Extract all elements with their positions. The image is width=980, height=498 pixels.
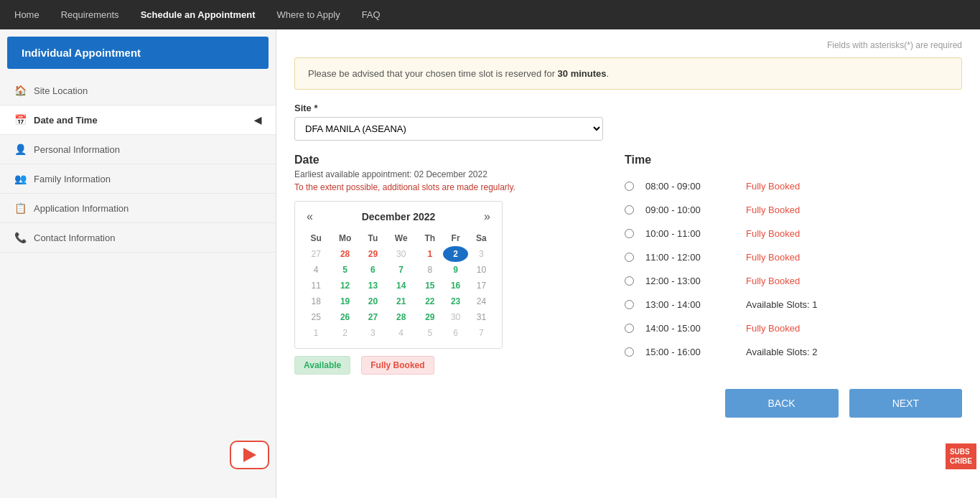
calendar-day[interactable]: 20 (360, 293, 386, 309)
calendar-day: 30 (443, 309, 467, 325)
time-slot-label: 08:00 - 09:00 (645, 181, 739, 192)
calendar-day: 1 (302, 325, 330, 341)
calendar-day: 30 (386, 246, 416, 262)
calendar-day: 11 (302, 278, 330, 293)
sidebar-label-personal: Personal Information (34, 144, 120, 155)
time-slot-status: Fully Booked (746, 181, 800, 192)
time-slot-status: Fully Booked (746, 323, 800, 334)
person-icon: 👤 (14, 144, 27, 155)
calendar-day[interactable]: 15 (416, 278, 443, 293)
calendar-day[interactable]: 27 (360, 309, 386, 325)
nav-requirements[interactable]: Requirements (61, 9, 119, 20)
time-slot-label: 11:00 - 12:00 (645, 252, 739, 263)
sidebar-item-family[interactable]: 👥 Family Information (0, 164, 276, 194)
sidebar-item-contact[interactable]: 📞 Contact Information (0, 223, 276, 253)
play-icon (243, 448, 256, 462)
time-slot-status: Available Slots: 2 (746, 347, 818, 357)
calendar-day: 7 (468, 325, 495, 341)
sidebar: Individual Appointment 🏠 Site Location 📅… (0, 29, 276, 498)
sidebar-item-application[interactable]: 📋 Application Information (0, 194, 276, 223)
calendar-day[interactable]: 6 (360, 262, 386, 278)
calendar-day: 18 (302, 293, 330, 309)
time-slot-radio[interactable] (625, 300, 634, 309)
sidebar-label-family: Family Information (34, 174, 111, 184)
day-header-su: Su (302, 230, 330, 246)
calendar-day[interactable]: 21 (386, 293, 416, 309)
calendar-day[interactable]: 2 (443, 246, 467, 262)
time-slot-radio[interactable] (625, 276, 634, 286)
back-button[interactable]: BACK (725, 389, 839, 418)
calendar-day: 6 (443, 325, 467, 341)
time-slot-row: 11:00 - 12:00Fully Booked (625, 252, 962, 263)
calendar-day: 25 (302, 309, 330, 325)
day-header-we: We (386, 230, 416, 246)
youtube-button[interactable] (230, 441, 269, 469)
calendar-day[interactable]: 28 (330, 246, 360, 262)
calendar-grid: Su Mo Tu We Th Fr Sa 2728293012345678910… (302, 230, 495, 341)
calendar-day: 4 (302, 262, 330, 278)
calendar-day[interactable]: 16 (443, 278, 467, 293)
calendar: « December 2022 » Su Mo Tu We Th (294, 201, 503, 349)
legend-available: Available (294, 356, 350, 375)
calendar-day[interactable]: 22 (416, 293, 443, 309)
time-slots: 08:00 - 09:00Fully Booked09:00 - 10:00Fu… (625, 181, 962, 357)
day-header-sa: Sa (468, 230, 495, 246)
day-header-mo: Mo (330, 230, 360, 246)
calendar-day[interactable]: 26 (330, 309, 360, 325)
calendar-day: 4 (386, 325, 416, 341)
calendar-day: 10 (468, 262, 495, 278)
subscribe-badge: SUBSCRIBE (946, 443, 976, 469)
time-slot-radio[interactable] (625, 205, 634, 215)
calendar-month: December 2022 (362, 211, 436, 222)
calendar-day[interactable]: 12 (330, 278, 360, 293)
calendar-day[interactable]: 14 (386, 278, 416, 293)
additional-slots-note: To the extent possible, additional slots… (294, 182, 596, 192)
calendar-day[interactable]: 13 (360, 278, 386, 293)
day-header-fr: Fr (443, 230, 467, 246)
site-dropdown[interactable]: DFA MANILA (ASEANA) (294, 117, 603, 141)
time-slot-label: 13:00 - 14:00 (645, 299, 739, 310)
next-month-button[interactable]: » (480, 209, 495, 225)
calendar-day[interactable]: 23 (443, 293, 467, 309)
time-slot-row: 12:00 - 13:00Fully Booked (625, 276, 962, 286)
time-slot-status: Fully Booked (746, 252, 800, 263)
time-slot-radio[interactable] (625, 229, 634, 238)
time-slot-radio[interactable] (625, 324, 634, 333)
calendar-day[interactable]: 28 (386, 309, 416, 325)
calendar-day[interactable]: 5 (330, 262, 360, 278)
calendar-day: 31 (468, 309, 495, 325)
nav-home[interactable]: Home (14, 9, 39, 20)
time-slot-row: 13:00 - 14:00Available Slots: 1 (625, 299, 962, 310)
time-slot-label: 14:00 - 15:00 (645, 323, 739, 334)
calendar-day: 8 (416, 262, 443, 278)
earliest-appointment: Earliest available appointment: 02 Decem… (294, 169, 596, 179)
calendar-day[interactable]: 19 (330, 293, 360, 309)
nav-faq[interactable]: FAQ (362, 9, 381, 20)
sidebar-item-site-location[interactable]: 🏠 Site Location (0, 76, 276, 105)
calendar-day[interactable]: 29 (416, 309, 443, 325)
site-label: Site * (294, 103, 962, 113)
nav-where-to-apply[interactable]: Where to Apply (276, 9, 340, 20)
date-title: Date (294, 154, 596, 166)
nav-schedule[interactable]: Schedule an Appointment (141, 9, 256, 20)
youtube-watermark (230, 441, 269, 469)
sidebar-item-personal[interactable]: 👤 Personal Information (0, 135, 276, 164)
sidebar-item-date-time[interactable]: 📅 Date and Time ◀ (0, 105, 276, 135)
calendar-section: Date Earliest available appointment: 02 … (294, 154, 596, 375)
time-slot-row: 10:00 - 11:00Fully Booked (625, 228, 962, 239)
next-button[interactable]: NEXT (849, 389, 962, 418)
time-slot-row: 14:00 - 15:00Fully Booked (625, 323, 962, 334)
calendar-day[interactable]: 7 (386, 262, 416, 278)
time-slot-radio[interactable] (625, 253, 634, 262)
day-header-th: Th (416, 230, 443, 246)
time-slot-radio[interactable] (625, 347, 634, 357)
phone-icon: 📞 (14, 232, 27, 243)
prev-month-button[interactable]: « (302, 209, 317, 225)
calendar-day[interactable]: 9 (443, 262, 467, 278)
calendar-day[interactable]: 29 (360, 246, 386, 262)
main-content: Fields with asterisks(*) are required Pl… (276, 29, 980, 498)
calendar-day[interactable]: 1 (416, 246, 443, 262)
time-slot-label: 15:00 - 16:00 (645, 347, 739, 357)
calendar-day: 17 (468, 278, 495, 293)
time-slot-radio[interactable] (625, 182, 634, 191)
